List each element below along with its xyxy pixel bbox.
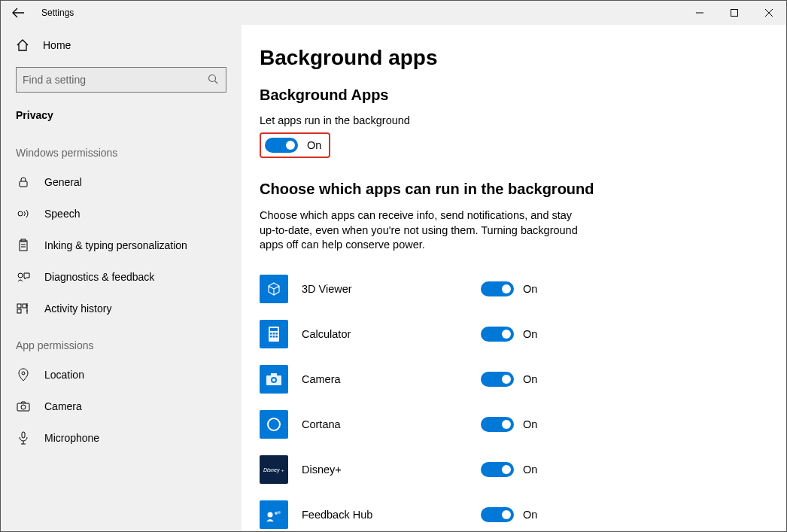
app-row-3dviewer: 3D Viewer On [260,266,768,312]
back-button[interactable] [10,5,26,21]
close-button[interactable] [752,1,786,25]
nav-label: Inking & typing personalization [44,239,187,251]
svg-rect-13 [17,304,21,308]
window-title: Settings [41,8,74,18]
app-toggle-state: On [523,418,537,430]
master-toggle-highlight: On [260,132,330,158]
svg-rect-22 [22,432,25,438]
microphone-icon [16,431,31,445]
close-icon [765,9,773,17]
svg-rect-25 [270,333,272,335]
master-toggle[interactable] [265,138,298,153]
app-toggle-state: On [523,509,537,521]
nav-inking[interactable]: Inking & typing personalization [1,230,242,261]
group-app-permissions: App permissions [1,324,242,359]
svg-rect-15 [17,309,21,313]
app-row-cortana: Cortana On [260,402,768,447]
search-placeholder: Find a setting [23,74,208,86]
speech-icon [16,207,31,220]
svg-rect-27 [275,333,278,335]
settings-window: Settings Home Find a setting [0,0,787,532]
nav-camera[interactable]: Camera [1,391,242,422]
page-title: Background apps [260,46,768,70]
svg-point-21 [21,405,26,409]
app-row-camera: Camera On [260,357,768,402]
search-icon [208,74,220,86]
svg-point-4 [209,75,216,82]
nav-label: Camera [44,400,82,412]
svg-rect-24 [270,328,278,331]
search-input[interactable]: Find a setting [16,67,226,93]
nav-label: Location [44,369,84,381]
choose-apps-title: Choose which apps can run in the backgro… [260,181,768,198]
app-name: Feedback Hub [302,509,467,521]
lock-icon [16,175,31,189]
app-icon-camera [260,365,288,394]
home-icon [16,38,29,52]
app-icon-cortana [260,410,288,439]
nav-label: Activity history [44,302,111,315]
maximize-icon [731,9,738,17]
svg-rect-29 [273,336,275,338]
app-toggle-state: On [523,373,537,385]
svg-text:Disney: Disney [263,467,280,473]
section-subtitle: Background Apps [260,87,768,104]
app-toggle-calculator[interactable] [481,327,514,342]
app-name: Cortana [302,418,467,430]
svg-rect-6 [20,181,27,187]
nav-activity-history[interactable]: Activity history [1,293,242,324]
svg-text:+: + [281,468,284,473]
app-row-calculator: Calculator On [260,312,768,357]
svg-point-33 [272,378,275,382]
app-toggle-3dviewer[interactable] [481,281,514,296]
app-toggle-cortana[interactable] [481,417,514,432]
svg-point-12 [18,273,23,278]
master-toggle-state: On [307,139,321,151]
app-toggle-state: On [523,283,537,295]
nav-label: General [44,176,82,188]
svg-point-7 [18,211,23,216]
nav-label: Diagnostics & feedback [44,271,154,283]
app-name: Disney+ [302,464,467,476]
svg-point-40 [278,511,281,514]
svg-point-19 [22,372,25,375]
nav-label: Microphone [44,432,99,444]
svg-rect-34 [271,373,277,375]
app-name: 3D Viewer [302,283,467,295]
home-label: Home [43,39,71,51]
app-toggle-state: On [523,328,537,340]
choose-apps-desc: Choose which apps can receive info, send… [260,208,591,253]
svg-rect-8 [20,241,27,251]
app-row-feedbackhub: Feedback Hub On [260,492,768,531]
app-row-disney: Disney+ Disney+ On [260,447,768,492]
app-toggle-camera[interactable] [481,372,514,387]
minimize-button[interactable] [682,1,717,25]
minimize-icon [696,9,703,17]
svg-rect-30 [275,336,278,338]
app-name: Camera [302,373,467,385]
app-icon-feedbackhub [260,500,288,529]
app-toggle-disney[interactable] [481,462,514,477]
sidebar: Home Find a setting Privacy Windows perm… [1,25,242,531]
nav-location[interactable]: Location [1,359,242,391]
camera-icon [16,400,31,413]
feedback-icon [16,270,31,284]
svg-point-38 [268,512,273,517]
master-toggle-desc: Let apps run in the background [260,114,768,126]
main-content: Background apps Background Apps Let apps… [242,25,786,531]
title-bar: Settings [1,1,786,25]
nav-general[interactable]: General [1,166,242,198]
nav-diagnostics[interactable]: Diagnostics & feedback [1,261,242,293]
app-icon-disney: Disney+ [260,455,288,484]
svg-point-35 [268,418,280,430]
app-icon-3dviewer [260,275,288,303]
nav-microphone[interactable]: Microphone [1,422,242,454]
clipboard-icon [16,239,31,252]
app-toggle-feedbackhub[interactable] [481,507,514,522]
nav-label: Speech [44,208,80,220]
location-icon [16,368,31,382]
back-arrow-icon [12,8,24,18]
home-nav[interactable]: Home [1,31,242,59]
maximize-button[interactable] [717,1,752,25]
nav-speech[interactable]: Speech [1,198,242,230]
